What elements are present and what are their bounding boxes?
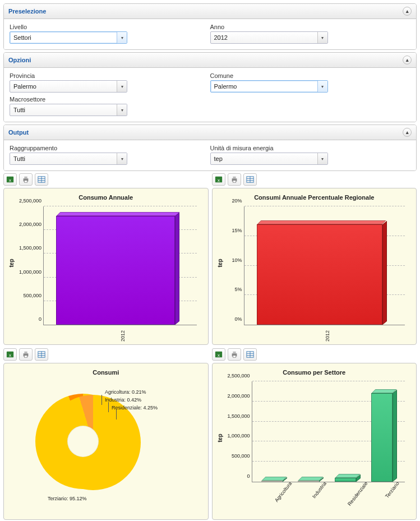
bar-2012	[257, 224, 382, 325]
chevron-down-icon: ▾	[117, 104, 127, 116]
table-icon	[246, 351, 254, 358]
y-tick: 0	[10, 316, 41, 322]
chart-title: Consumi	[7, 367, 205, 377]
y-tick: 1,000,000	[219, 433, 250, 439]
plot: 0 500,000 1,000,000 1,500,000 2,000,000 …	[43, 206, 197, 325]
svg-rect-21	[24, 352, 27, 354]
x-tick: Industria	[311, 481, 327, 499]
x-tick: 2012	[120, 330, 126, 342]
panel-body: Provincia Palermo ▾ Comune Palermo ▾ Mac…	[4, 68, 416, 122]
select-value: Palermo	[13, 83, 36, 90]
raggruppamento-select[interactable]: Tutti ▾	[10, 153, 127, 165]
y-tick: 5%	[219, 287, 242, 292]
livello-select[interactable]: Settori ▾	[10, 31, 127, 44]
macrosettore-label: Macrosettore	[10, 96, 205, 103]
y-tick: 0	[219, 473, 250, 479]
y-tick: 20%	[219, 198, 242, 204]
x-tick: Terziario	[384, 481, 400, 499]
print-icon	[230, 351, 238, 358]
print-icon	[22, 176, 30, 183]
export-excel-button[interactable]: x	[3, 173, 17, 186]
y-tick: 0%	[219, 316, 242, 322]
plot: 0% 5% 10% 15% 20% 2012	[244, 206, 405, 325]
print-button[interactable]	[228, 348, 241, 361]
provincia-select[interactable]: Palermo ▾	[10, 80, 127, 93]
export-excel-button[interactable]: x	[212, 348, 225, 361]
panel-title: Output	[8, 129, 29, 136]
y-tick: 1,500,000	[10, 245, 41, 251]
pie-label-terziario: Terziario: 95.12%	[48, 496, 87, 501]
table-icon	[38, 351, 45, 358]
svg-text:x: x	[9, 178, 11, 183]
chart-title: Consumi Annuale Percentuale Regionale	[216, 192, 413, 202]
excel-icon: x	[6, 351, 14, 358]
y-tick: 500,000	[10, 293, 41, 298]
chart-toolbar: x	[212, 173, 417, 188]
print-button[interactable]	[228, 173, 241, 186]
x-tick: Residenziale	[347, 481, 369, 507]
table-icon	[38, 176, 45, 183]
collapse-button[interactable]: ▴	[403, 7, 412, 16]
y-tick: 500,000	[219, 453, 250, 459]
comune-select[interactable]: Palermo ▾	[210, 80, 328, 93]
export-excel-button[interactable]: x	[212, 173, 225, 186]
panel-body: Livello Settori ▾ Anno 2012 ▾	[4, 19, 416, 49]
chevron-up-icon: ▴	[406, 130, 409, 135]
bar-residenziale	[335, 478, 356, 482]
table-view-button[interactable]	[243, 173, 257, 186]
table-view-button[interactable]	[35, 173, 48, 186]
chart-col-consumo-annuale: x Consumo Annuale tep 0 500,000 1,000,00…	[3, 173, 209, 345]
chart-toolbar: x	[3, 173, 209, 188]
panel-output: Output ▴ Raggruppamento Tutti ▾ Unità di…	[3, 125, 417, 171]
excel-icon: x	[6, 176, 14, 183]
table-view-button[interactable]	[35, 348, 48, 361]
chevron-down-icon: ▾	[317, 81, 327, 92]
raggruppamento-label: Raggruppamento	[10, 145, 205, 151]
pie-label-industria: Industria: 0.42%	[105, 397, 141, 403]
unita-select[interactable]: tep ▾	[210, 153, 328, 165]
plot: 0 500,000 1,000,000 1,500,000 2,000,000 …	[252, 381, 405, 482]
chevron-down-icon: ▾	[317, 32, 327, 43]
select-value: tep	[214, 155, 223, 162]
excel-icon: x	[215, 176, 223, 183]
unita-label: Unità di misura energia	[210, 145, 405, 151]
svg-rect-13	[233, 181, 236, 183]
table-icon	[246, 176, 254, 183]
charts-row-1: x Consumo Annuale tep 0 500,000 1,000,00…	[3, 173, 417, 345]
y-tick: 10%	[219, 257, 242, 263]
x-tick: 2012	[325, 330, 330, 342]
collapse-button[interactable]: ▴	[403, 128, 412, 137]
table-view-button[interactable]	[243, 348, 257, 361]
svg-rect-12	[233, 177, 236, 179]
comune-label: Comune	[210, 72, 405, 79]
bar-industria	[298, 481, 319, 482]
chart-col-consumo-settore: x Consumo per Settore tep 0 500,000 1,00…	[212, 348, 417, 520]
svg-text:x: x	[218, 353, 220, 358]
svg-rect-30	[233, 352, 236, 354]
panel-preselezione: Preselezione ▴ Livello Settori ▾ Anno 20…	[3, 3, 417, 50]
svg-rect-3	[24, 177, 27, 179]
y-tick: 15%	[219, 228, 242, 233]
chart-consumo-annuale: Consumo Annuale tep 0 500,000 1,000,000 …	[3, 188, 209, 345]
x-tick: Agricoltura	[274, 481, 293, 503]
chevron-down-icon: ▾	[317, 153, 327, 164]
chart-percentuale-regionale: Consumi Annuale Percentuale Regionale te…	[212, 188, 417, 345]
bar-2012	[56, 216, 176, 325]
svg-rect-4	[24, 181, 27, 183]
select-value: Settori	[13, 34, 31, 41]
collapse-button[interactable]: ▴	[403, 56, 412, 64]
chart-col-percentuale: x Consumi Annuale Percentuale Regionale …	[212, 173, 417, 345]
plot-area: tep 0 500,000 1,000,000 1,500,000 2,000,…	[10, 204, 200, 339]
chart-toolbar: x	[212, 348, 417, 363]
anno-select[interactable]: 2012 ▾	[210, 31, 328, 44]
export-excel-button[interactable]: x	[3, 348, 17, 361]
print-button[interactable]	[19, 173, 33, 186]
panel-body: Raggruppamento Tutti ▾ Unità di misura e…	[4, 140, 416, 170]
y-axis-label: tep	[8, 259, 15, 268]
select-value: Palermo	[214, 83, 237, 90]
chevron-down-icon: ▾	[117, 81, 127, 92]
panel-opzioni: Opzioni ▴ Provincia Palermo ▾ Comune Pal…	[3, 52, 417, 122]
print-button[interactable]	[19, 348, 33, 361]
macrosettore-select[interactable]: Tutti ▾	[10, 104, 127, 116]
chart-consumi-pie: Consumi Agricoltura: 0.21% Industria: 0.…	[3, 363, 209, 520]
